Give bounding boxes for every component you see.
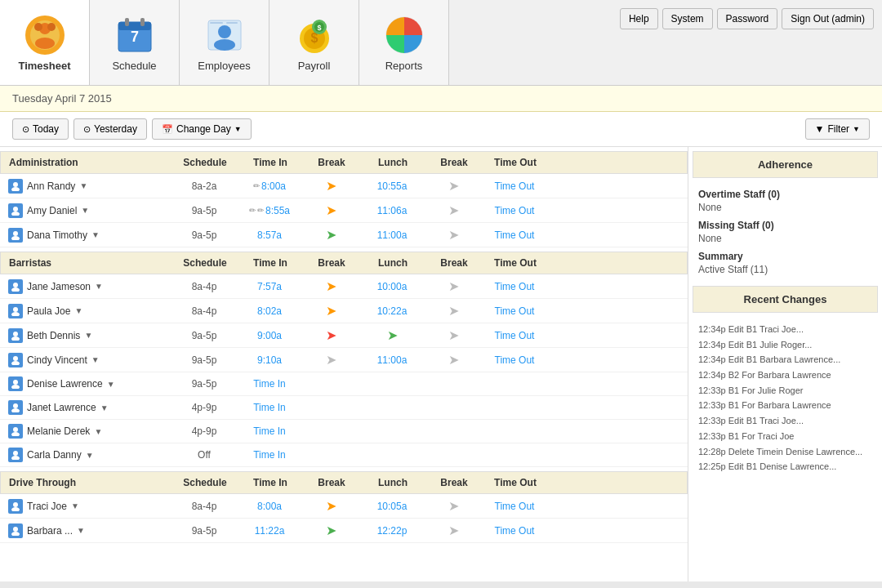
timeout-link[interactable]: Time Out [482,281,547,292]
emp-timein-cell[interactable]: ✏ ✏ 8:55a [237,205,302,216]
timeout-link[interactable]: Time Out [482,501,547,512]
svg-point-26 [11,212,20,216]
lunch-link[interactable]: 10:00a [359,281,425,292]
table-row: Janet Lawrence ▼ 4p-9p Time In [0,396,688,420]
emp-dropdown-icon[interactable]: ▼ [91,230,100,239]
employee-name[interactable]: Carla Danny ▼ [8,448,172,462]
lunch-link[interactable]: 10:55a [359,180,425,192]
emp-timein-cell[interactable]: ✏ 8:00a [237,180,302,192]
employee-name[interactable]: Dana Timothy ▼ [8,228,172,243]
employee-avatar-icon [8,424,23,439]
timeout-link[interactable]: Time Out [482,229,547,241]
lunch-link[interactable]: 11:00a [359,354,425,366]
emp-dropdown-icon[interactable]: ▼ [84,331,92,340]
timeout-link[interactable]: Time Out [482,180,547,192]
break2-cell: ➤ [425,352,482,368]
tab-schedule[interactable]: 7 Schedule [90,0,180,85]
today-button[interactable]: ⊙ Today [12,118,69,140]
emp-dropdown-icon[interactable]: ▼ [81,206,89,215]
svg-point-25 [13,207,18,212]
emp-name-label: Jane Jameson [27,281,91,292]
timein-link[interactable]: 8:02a [237,305,302,317]
svg-point-41 [13,427,18,432]
lunch-link[interactable]: 10:05a [359,501,425,512]
change-day-button[interactable]: 📅 Change Day ▼ [152,118,252,140]
employee-name[interactable]: Janet Lawrence ▼ [8,400,172,415]
timein-link[interactable]: 9:00a [237,330,302,341]
employee-name[interactable]: Denise Lawrence ▼ [8,376,172,391]
emp-name-label: Cindy Vincent [27,354,87,366]
lunch-link[interactable]: 10:22a [359,305,425,317]
emp-dropdown-icon[interactable]: ▼ [91,355,100,364]
yesterday-button[interactable]: ⊙ Yesterday [74,118,147,140]
barristas-section-name: Barristas [9,257,172,269]
timein-link[interactable]: 7:57a [237,281,302,292]
timeout-link[interactable]: Time Out [482,205,547,216]
timeout-link[interactable]: Time Out [482,330,547,341]
timein-link[interactable]: 8:57a [237,229,302,241]
payroll-icon: $ $ [293,14,336,56]
emp-dropdown-icon[interactable]: ▼ [71,501,79,510]
emp-dropdown-icon[interactable]: ▼ [95,282,103,291]
timein-link[interactable]: 9:10a [237,354,302,366]
break2-cell: ➤ [425,278,482,294]
svg-point-36 [11,361,20,365]
employee-name[interactable]: Barbara ... ▼ [8,523,172,538]
timein-link[interactable]: 11:22a [237,525,302,537]
timeout-link[interactable]: Time Out [482,354,547,366]
employee-name[interactable]: Cindy Vincent ▼ [8,353,172,368]
filter-label: Filter [827,123,849,135]
emp-schedule: 9a-5p [172,205,237,216]
tab-employees[interactable]: Employees [180,0,270,85]
tab-reports[interactable]: Reports [359,0,449,85]
break2-cell: ➤ [425,178,482,194]
lunch-link[interactable]: 11:00a [359,229,425,241]
emp-dropdown-icon[interactable]: ▼ [107,380,115,389]
svg-rect-15 [226,22,238,24]
tab-payroll[interactable]: $ $ Payroll [270,0,359,85]
schedule-icon: 7 [114,14,156,56]
employee-name[interactable]: Amy Daniel ▼ [8,203,172,218]
timein-link[interactable]: Time In [237,402,302,413]
employee-name[interactable]: Ann Randy ▼ [8,179,172,194]
yesterday-label: Yesterday [94,123,137,135]
timeout-link[interactable]: Time Out [482,305,547,317]
break1-cell: ➤ [302,352,359,368]
timein-link[interactable]: 8:00a [261,180,286,192]
employee-name[interactable]: Paula Joe ▼ [8,304,172,318]
emp-dropdown-icon[interactable]: ▼ [86,451,94,460]
emp-dropdown-icon[interactable]: ▼ [79,181,87,190]
barr-col-schedule: Schedule [172,257,238,269]
tab-timesheet[interactable]: Timesheet [0,0,90,85]
tab-payroll-label: Payroll [298,60,331,72]
timein-link[interactable]: 8:00a [237,501,302,512]
emp-dropdown-icon[interactable]: ▼ [94,427,102,436]
timesheet-icon [24,14,66,56]
timeout-link[interactable]: Time Out [482,525,547,537]
timein-link[interactable]: Time In [237,449,302,461]
svg-point-48 [11,532,20,536]
filter-button[interactable]: ▼ Filter ▼ [805,118,870,140]
emp-schedule: 4p-9p [172,402,237,413]
help-button[interactable]: Help [620,8,658,29]
employee-name[interactable]: Jane Jameson ▼ [8,279,172,294]
employee-name[interactable]: Traci Joe ▼ [8,499,172,514]
password-button[interactable]: Password [717,8,778,29]
emp-dropdown-icon[interactable]: ▼ [77,526,85,535]
emp-name-label: Melanie Derek [27,425,90,437]
signout-button[interactable]: Sign Out (admin) [782,8,874,29]
employee-name[interactable]: Melanie Derek ▼ [8,424,172,439]
timein-link[interactable]: Time In [237,425,302,437]
system-button[interactable]: System [662,8,713,29]
emp-dropdown-icon[interactable]: ▼ [100,403,109,412]
timein-link[interactable]: 8:55a [265,205,290,216]
employee-name[interactable]: Beth Dennis ▼ [8,328,172,343]
calendar-icon: 📅 [162,124,173,135]
list-item: 12:33p B1 For Julie Roger [698,383,872,399]
lunch-link[interactable]: 12:22p [359,525,425,537]
emp-dropdown-icon[interactable]: ▼ [74,306,82,315]
timein-link[interactable]: Time In [237,378,302,390]
lunch-link[interactable]: 11:06a [359,205,425,216]
list-item: 12:25p Edit B1 Denise Lawrence... [698,459,872,474]
list-item: 12:33p Edit B1 Traci Joe... [698,413,872,429]
